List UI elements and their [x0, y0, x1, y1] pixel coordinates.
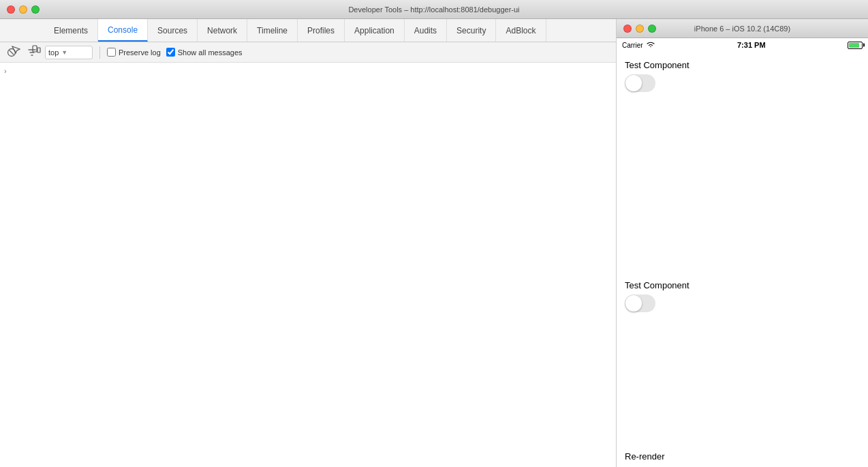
iphone-maximize-button[interactable]	[648, 25, 656, 33]
show-all-messages-text: Show all messages	[178, 48, 243, 57]
device-toggle-icon[interactable]	[27, 41, 45, 59]
tab-application[interactable]: Application	[345, 19, 405, 42]
iphone-close-button[interactable]	[623, 25, 632, 33]
tab-security[interactable]: Security	[447, 19, 496, 42]
battery-fill	[849, 43, 859, 48]
console-toolbar: top ▼ Preserve log Show all messages	[0, 42, 616, 63]
tab-profiles[interactable]: Profiles	[298, 19, 345, 42]
preserve-log-checkbox[interactable]	[107, 48, 116, 57]
ios-section-2: Test Component	[625, 280, 860, 323]
devtools-title-bar: Developer Tools – http://localhost:8081/…	[0, 0, 868, 19]
preserve-log-label[interactable]: Preserve log	[107, 48, 161, 57]
tab-icons	[7, 38, 45, 61]
tab-elements[interactable]: Elements	[44, 19, 98, 42]
status-bar-right	[848, 42, 863, 49]
ios-toggle-2[interactable]	[625, 295, 655, 312]
select-element-icon[interactable]	[7, 41, 25, 59]
ios-toggle-1[interactable]	[625, 74, 655, 92]
tab-timeline[interactable]: Timeline	[247, 19, 298, 42]
console-content: ›	[0, 63, 616, 467]
iphone-panel: iPhone 6 – iOS 10.2 (14C89) Carrier 7:31…	[617, 19, 868, 467]
iphone-window-title: iPhone 6 – iOS 10.2 (14C89)	[694, 25, 790, 33]
svg-rect-1	[37, 48, 40, 52]
chevron-down-icon: ▼	[61, 49, 67, 56]
minimize-button[interactable]	[19, 5, 27, 14]
ios-rerender-label: Re-render	[625, 451, 665, 462]
tab-audits[interactable]: Audits	[405, 19, 447, 42]
ios-section-1-title: Test Component	[625, 60, 860, 70]
maximize-button[interactable]	[31, 5, 40, 14]
context-selector[interactable]: top ▼	[45, 46, 93, 59]
tab-bar: Elements Console Sources Network Timelin…	[0, 19, 616, 42]
tab-console[interactable]: Console	[98, 19, 148, 42]
ios-toggle-2-knob	[625, 295, 642, 312]
show-all-messages-checkbox[interactable]	[166, 48, 175, 57]
battery-icon	[848, 42, 863, 49]
tab-adblock[interactable]: AdBlock	[496, 19, 546, 42]
iphone-title-bar: iPhone 6 – iOS 10.2 (14C89)	[617, 19, 868, 38]
tab-sources[interactable]: Sources	[148, 19, 198, 42]
window-title: Developer Tools – http://localhost:8081/…	[348, 5, 519, 14]
prompt-chevron-icon: ›	[4, 67, 7, 75]
ios-status-bar: Carrier 7:31 PM	[617, 38, 868, 52]
ios-toggle-1-knob	[625, 75, 642, 91]
traffic-lights	[7, 5, 40, 14]
ios-spacer	[625, 103, 860, 280]
devtools-panel: Elements Console Sources Network Timelin…	[0, 19, 617, 467]
iphone-screen: Carrier 7:31 PM	[617, 38, 868, 467]
context-value: top	[48, 48, 59, 57]
iphone-minimize-button[interactable]	[636, 25, 644, 33]
carrier-label: Carrier	[622, 42, 643, 49]
console-prompt[interactable]: ›	[4, 67, 7, 75]
toolbar-divider	[99, 46, 100, 59]
wifi-icon	[646, 41, 655, 49]
status-bar-left: Carrier	[622, 41, 655, 49]
preserve-log-text: Preserve log	[119, 48, 161, 57]
ios-app-content: Test Component Test Component Re-render	[617, 52, 868, 467]
close-button[interactable]	[7, 5, 15, 14]
svg-rect-0	[33, 46, 37, 52]
iphone-traffic-lights	[623, 25, 656, 33]
show-all-messages-label[interactable]: Show all messages	[166, 48, 243, 57]
status-time: 7:31 PM	[737, 41, 766, 49]
tab-network[interactable]: Network	[198, 19, 247, 42]
ios-section-2-title: Test Component	[625, 280, 860, 290]
main-container: Elements Console Sources Network Timelin…	[0, 19, 868, 467]
ios-section-1: Test Component	[625, 60, 860, 103]
